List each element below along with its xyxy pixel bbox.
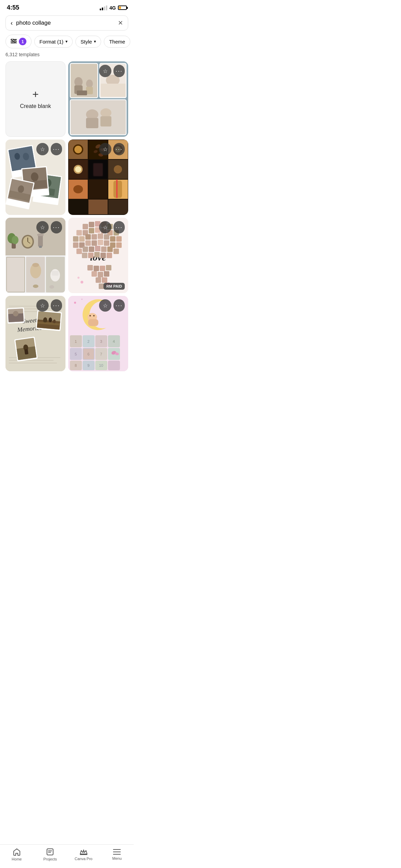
svg-rect-68 [88,180,108,199]
svg-point-11 [86,80,93,88]
svg-rect-150 [102,277,107,283]
templates-count: 6,312 templates [0,48,134,60]
more-icon-coffee: ··· [116,146,123,153]
star-button-family[interactable]: ☆ [99,65,111,77]
svg-rect-121 [116,236,122,242]
filter-active-button[interactable]: 1 [5,35,32,48]
svg-rect-125 [92,240,97,246]
card-actions-sweet: ☆ ··· [36,299,62,312]
format-label: Format (1) [39,39,63,45]
more-button-interior[interactable]: ··· [51,221,62,233]
battery-icon [118,5,127,10]
template-card-family[interactable]: ☆ ··· [68,61,128,137]
svg-rect-74 [108,200,128,214]
svg-point-186 [81,299,83,300]
svg-point-192 [89,315,91,316]
search-input[interactable]: photo collage [16,20,114,26]
svg-rect-145 [106,265,111,270]
svg-text:8: 8 [75,363,77,367]
svg-text:2: 2 [87,339,89,343]
svg-rect-137 [82,253,87,258]
svg-point-65 [114,165,122,173]
card-actions-interior: ☆ ··· [36,221,62,233]
star-button-interior[interactable]: ☆ [36,221,49,233]
svg-point-82 [37,233,44,236]
style-label: Style [81,39,92,45]
star-button-coffee[interactable]: ☆ [99,143,111,155]
template-card-coffee[interactable]: ☆ ··· [68,140,128,215]
template-card-sweet-memories[interactable]: Sweet Memories [5,296,65,371]
rm-paid-badge: RM PAID [104,283,125,290]
template-card-baby[interactable]: 1 2 3 4 5 6 7 [68,296,128,371]
svg-rect-177 [24,349,28,354]
svg-rect-126 [98,240,103,245]
more-icon-baby: ··· [116,302,123,309]
templates-grid: + Create blank [0,60,134,377]
star-button-baby[interactable]: ☆ [99,299,111,312]
svg-rect-81 [38,235,43,247]
svg-rect-131 [83,246,88,252]
svg-rect-147 [98,272,103,277]
svg-rect-130 [76,249,82,254]
theme-filter-button[interactable]: Theme [104,36,130,48]
template-card-polaroid[interactable]: ☆ ··· [5,140,65,215]
template-card-interior[interactable]: ☆ ··· [5,218,65,293]
svg-text:4: 4 [113,339,115,343]
svg-rect-146 [92,271,97,277]
more-icon-interior: ··· [53,224,60,231]
svg-point-99 [49,285,54,289]
more-button-sweet[interactable]: ··· [51,299,62,312]
svg-rect-136 [113,249,119,254]
svg-rect-141 [107,253,112,258]
star-button-sweet[interactable]: ☆ [36,299,49,312]
svg-rect-132 [89,246,94,252]
svg-point-67 [73,185,83,193]
clear-button[interactable]: ✕ [118,19,123,27]
more-button-baby[interactable]: ··· [113,299,125,312]
svg-rect-142 [87,265,93,270]
search-bar[interactable]: ‹ photo collage ✕ [5,15,128,31]
more-button-heart[interactable]: ··· [113,221,125,233]
more-icon-polaroid: ··· [53,146,60,153]
svg-rect-191 [88,319,98,326]
more-button-coffee[interactable]: ··· [113,143,125,155]
svg-text:3: 3 [100,339,102,343]
template-card-heart[interactable]: love [68,218,128,293]
svg-rect-107 [76,230,82,236]
svg-rect-102 [83,224,88,229]
svg-point-22 [100,108,111,117]
svg-point-4 [14,40,16,42]
svg-rect-143 [94,266,99,271]
svg-rect-149 [96,277,101,283]
card-actions-family: ☆ ··· [99,65,125,77]
svg-rect-13 [77,91,87,95]
svg-rect-19 [71,100,125,134]
filters-row: 1 Format (1) ▾ Style ▾ Theme [0,35,134,48]
style-filter-button[interactable]: Style ▾ [75,36,101,48]
more-icon-heart: ··· [116,224,123,231]
svg-rect-134 [101,246,107,252]
more-button-polaroid[interactable]: ··· [51,143,62,155]
create-blank-plus-icon: + [32,89,39,100]
more-button-family[interactable]: ··· [113,65,125,77]
svg-point-94 [32,263,39,267]
star-icon-family: ☆ [103,68,108,74]
star-icon-baby: ☆ [103,302,108,309]
svg-rect-117 [92,234,97,240]
format-filter-button[interactable]: Format (1) ▾ [34,36,73,48]
svg-point-184 [74,302,76,304]
svg-text:6: 6 [87,352,89,356]
network-label: 4G [109,5,116,11]
star-icon-coffee: ☆ [103,146,108,153]
svg-rect-35 [9,146,36,171]
svg-rect-115 [79,236,85,242]
svg-rect-98 [52,271,59,276]
star-button-polaroid[interactable]: ☆ [36,143,49,155]
back-button[interactable]: ‹ [11,20,13,27]
svg-rect-119 [104,234,109,240]
star-icon-polaroid: ☆ [40,146,45,153]
star-button-heart[interactable]: ☆ [99,221,111,233]
svg-rect-122 [73,242,78,248]
svg-point-9 [74,77,83,87]
create-blank-card[interactable]: + Create blank [5,61,65,137]
